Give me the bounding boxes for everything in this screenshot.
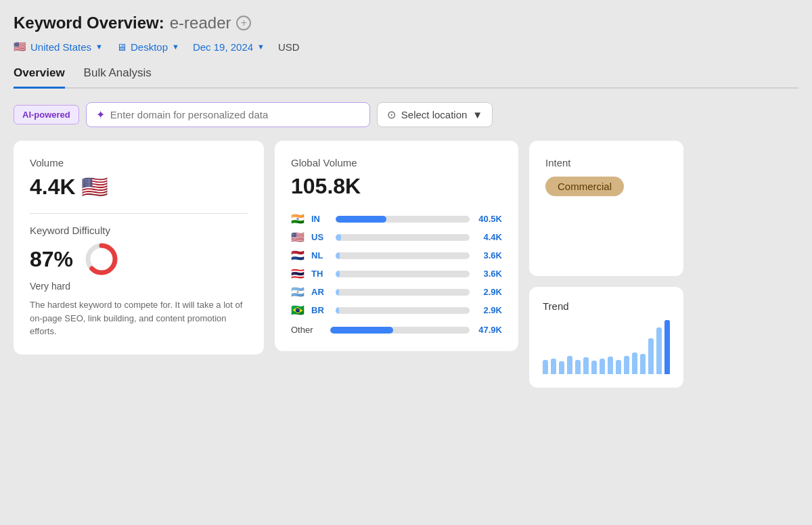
location-filter-button[interactable]: 🇺🇸 United States ▼ — [14, 41, 103, 53]
trend-bar — [583, 357, 589, 374]
country-volume-value: 40.5K — [475, 214, 502, 224]
keyword-name: e-reader — [170, 14, 231, 32]
ai-powered-badge: AI-powered — [14, 105, 79, 124]
other-bar-container — [330, 327, 470, 334]
domain-input[interactable] — [110, 109, 360, 120]
trend-bar — [632, 352, 637, 374]
volume-value: 4.4K 🇺🇸 — [30, 174, 248, 200]
country-bar-fill — [336, 271, 340, 277]
title-row: Keyword Overview: e-reader + — [14, 14, 798, 32]
country-row: 🇹🇭 TH 3.6K — [291, 267, 502, 280]
kd-percent: 87% — [30, 247, 73, 272]
volume-label: Volume — [30, 157, 248, 168]
cards-row: Volume 4.4K 🇺🇸 Keyword Difficulty 87% — [14, 141, 798, 388]
country-volume-value: 2.9K — [475, 305, 502, 315]
header: Keyword Overview: e-reader + 🇺🇸 United S… — [14, 14, 798, 53]
trend-bar — [616, 360, 621, 374]
country-code: TH — [311, 269, 330, 279]
svg-point-2 — [93, 250, 110, 268]
currency-label: USD — [278, 41, 300, 53]
location-pin-icon: ⊙ — [387, 108, 396, 121]
country-flag-icon: 🇧🇷 — [291, 304, 306, 317]
sparkle-icon: ✦ — [96, 108, 105, 121]
country-list: 🇮🇳 IN 40.5K 🇺🇸 US 4.4K 🇳🇱 NL 3.6K 🇹🇭 TH — [291, 212, 502, 317]
country-flag-icon: 🇮🇳 — [291, 212, 306, 225]
country-volume-value: 2.9K — [475, 287, 502, 297]
device-chevron-icon: ▼ — [172, 43, 179, 51]
select-location-button[interactable]: ⊙ Select location ▼ — [377, 102, 493, 127]
device-filter-button[interactable]: 🖥 Desktop ▼ — [116, 41, 179, 53]
trend-bar — [664, 320, 670, 374]
date-filter-button[interactable]: Dec 19, 2024 ▼ — [193, 41, 265, 53]
country-bar-container — [336, 307, 470, 314]
location-chevron-icon: ▼ — [95, 43, 103, 51]
intent-badge: Commercial — [545, 177, 624, 196]
country-volume-value: 3.6K — [475, 250, 502, 260]
date-label: Dec 19, 2024 — [193, 41, 253, 53]
country-volume-value: 4.4K — [475, 232, 502, 242]
page-container: Keyword Overview: e-reader + 🇺🇸 United S… — [14, 14, 798, 388]
country-bar-container — [336, 234, 470, 241]
trend-bar — [600, 359, 605, 374]
tab-bulk-analysis[interactable]: Bulk Analysis — [84, 66, 152, 89]
filters-row: 🇺🇸 United States ▼ 🖥 Desktop ▼ Dec 19, 2… — [14, 41, 798, 53]
country-code: BR — [311, 305, 330, 315]
page-title: Keyword Overview: — [14, 14, 164, 32]
trend-card: Trend — [529, 287, 683, 388]
volume-kd-card: Volume 4.4K 🇺🇸 Keyword Difficulty 87% — [14, 141, 264, 355]
global-volume-card: Global Volume 105.8K 🇮🇳 IN 40.5K 🇺🇸 US 4… — [275, 141, 518, 351]
country-code: US — [311, 232, 330, 242]
country-code: AR — [311, 287, 330, 297]
global-volume-value: 105.8K — [291, 174, 502, 199]
country-row: 🇮🇳 IN 40.5K — [291, 212, 502, 225]
kd-label: Keyword Difficulty — [30, 225, 248, 236]
country-volume-value: 3.6K — [475, 269, 502, 279]
kd-donut-chart — [84, 242, 119, 277]
country-flag-icon: 🇦🇷 — [291, 286, 306, 298]
trend-bar — [551, 359, 556, 374]
location-label: United States — [30, 41, 91, 53]
keyword-difficulty-section: Keyword Difficulty 87% Very hard The har… — [30, 225, 248, 338]
trend-bar — [648, 338, 654, 374]
trend-bar — [543, 360, 548, 374]
trend-bar — [567, 356, 572, 374]
country-bar-container — [336, 289, 470, 296]
intent-label: Intent — [545, 157, 667, 168]
trend-bar-chart — [543, 320, 670, 374]
device-label: Desktop — [131, 41, 168, 53]
country-row: 🇦🇷 AR 2.9K — [291, 286, 502, 298]
tab-overview[interactable]: Overview — [14, 66, 65, 89]
domain-input-wrapper[interactable]: ✦ — [86, 102, 370, 127]
country-code: IN — [311, 214, 330, 224]
other-value: 47.9K — [475, 325, 502, 335]
location-select-chevron-icon: ▼ — [472, 109, 482, 120]
us-flag-icon: 🇺🇸 — [14, 41, 26, 53]
country-bar-container — [336, 271, 470, 277]
trend-bar — [591, 361, 597, 374]
other-bar-fill — [330, 327, 393, 334]
kd-value-row: 87% — [30, 242, 248, 277]
country-bar-container — [336, 252, 470, 259]
country-row: 🇺🇸 US 4.4K — [291, 231, 502, 244]
global-volume-label: Global Volume — [291, 157, 502, 168]
country-flag-icon: 🇺🇸 — [291, 231, 306, 244]
other-label: Other — [291, 325, 325, 335]
trend-label: Trend — [543, 300, 670, 312]
trend-bar — [575, 360, 581, 374]
country-row: 🇧🇷 BR 2.9K — [291, 304, 502, 317]
card-divider — [30, 213, 248, 214]
country-flag-icon: 🇹🇭 — [291, 267, 306, 280]
tabs-row: Overview Bulk Analysis — [14, 66, 798, 89]
trend-bar — [559, 361, 564, 374]
select-location-label: Select location — [401, 109, 468, 120]
add-keyword-icon[interactable]: + — [236, 16, 251, 30]
country-bar-fill — [336, 216, 386, 223]
kd-description: The hardest keyword to compete for. It w… — [30, 298, 248, 338]
country-flag-icon: 🇳🇱 — [291, 249, 306, 262]
trend-bar — [624, 356, 629, 374]
volume-flag-icon: 🇺🇸 — [81, 174, 108, 200]
trend-bar — [608, 357, 613, 374]
country-bar-fill — [336, 234, 341, 241]
desktop-icon: 🖥 — [116, 41, 127, 53]
country-bar-fill — [336, 307, 339, 314]
